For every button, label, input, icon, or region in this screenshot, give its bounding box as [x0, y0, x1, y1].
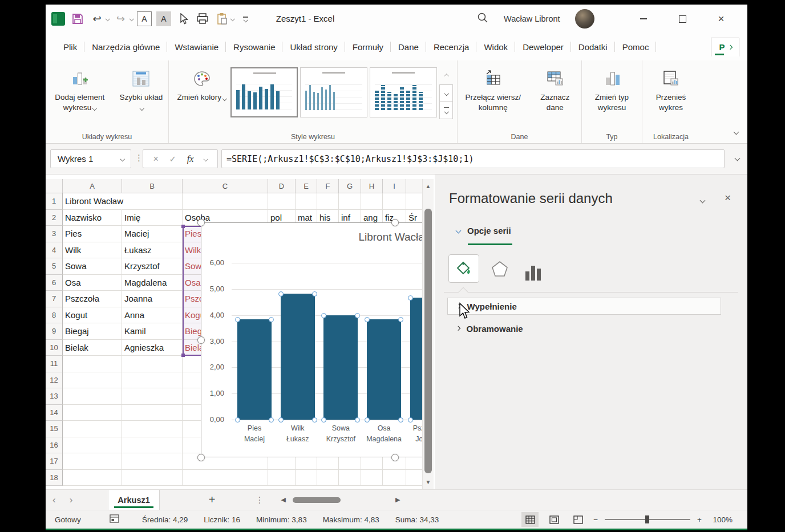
zoom-out-button[interactable]: −	[593, 515, 598, 524]
bar-selection-handle[interactable]	[355, 417, 360, 423]
bar-selection-handle[interactable]	[321, 417, 326, 423]
cell-A8[interactable]: Kogut	[63, 307, 122, 324]
bar-selection-handle[interactable]	[408, 417, 413, 423]
tab-rysowanie[interactable]: Rysowanie	[226, 38, 282, 56]
font-style-button[interactable]: A	[136, 10, 152, 27]
scroll-up-icon[interactable]: ▲	[423, 183, 434, 189]
cell-A7[interactable]: Pszczoła	[63, 291, 122, 307]
font-style-button-pressed[interactable]: A	[156, 10, 172, 27]
page-layout-view-button[interactable]	[545, 512, 563, 527]
sheet-tab-arkusz1[interactable]: Arkusz1	[108, 490, 159, 510]
cell-B18[interactable]	[122, 470, 183, 486]
scroll-down-icon[interactable]: ▼	[423, 479, 434, 485]
cell-B11[interactable]	[122, 356, 183, 372]
change-chart-type-button[interactable]: Zmień typ wykresu	[582, 66, 642, 113]
cell-A18[interactable]	[63, 470, 122, 486]
cell-B10[interactable]: Agnieszka	[122, 340, 183, 356]
cell-A10[interactable]: Bielak	[63, 340, 122, 356]
avatar[interactable]	[575, 9, 594, 29]
cell-C18[interactable]	[183, 470, 268, 486]
cell-A3[interactable]: Pies	[63, 226, 122, 242]
redo-dropdown-chevron[interactable]	[130, 17, 133, 21]
chart-style-2[interactable]	[300, 67, 367, 117]
cell-E1[interactable]	[296, 193, 317, 210]
paste-dropdown-chevron[interactable]	[231, 17, 234, 21]
cell-E18[interactable]	[296, 470, 317, 486]
tab-overflow-chevron[interactable]	[727, 45, 732, 50]
col-header-C[interactable]: C	[183, 179, 268, 193]
tab-deweloper[interactable]: Deweloper	[515, 38, 571, 56]
row-header-17[interactable]: 17	[46, 453, 63, 470]
add-sheet-button[interactable]: +	[209, 493, 216, 506]
row-header-1[interactable]: 1	[46, 193, 63, 210]
redo-button[interactable]: ↪	[113, 10, 129, 27]
bar-selection-handle[interactable]	[278, 417, 284, 423]
cell-A12[interactable]	[63, 372, 122, 389]
horizontal-scrollbar[interactable]: ◀ ▶	[281, 496, 400, 503]
cell-J18[interactable]	[406, 470, 422, 486]
row-header-8[interactable]: 8	[46, 307, 63, 324]
tab-narzędzia-główne[interactable]: Narzędzia główne	[84, 38, 167, 56]
tab-pomoc[interactable]: Pomoc	[615, 38, 657, 56]
chart-resize-handle[interactable]	[197, 219, 205, 226]
quick-layout-button[interactable]: Szybki układ	[114, 66, 168, 113]
row-header-18[interactable]: 18	[46, 470, 63, 486]
col-header-I[interactable]: I	[383, 179, 406, 193]
chart-bar-pies-maciej[interactable]	[237, 319, 272, 420]
cell-D18[interactable]	[268, 470, 296, 486]
cell-B5[interactable]: Krzysztof	[122, 258, 183, 275]
row-header-3[interactable]: 3	[46, 226, 63, 242]
undo-button[interactable]: ↩	[89, 10, 105, 27]
col-header-A[interactable]: A	[63, 179, 122, 193]
row-header-2[interactable]: 2	[46, 210, 63, 226]
insert-function-icon[interactable]: fx	[187, 154, 194, 164]
maximize-button[interactable]	[667, 5, 697, 33]
cell-B17[interactable]	[122, 453, 183, 470]
row-header-11[interactable]: 11	[46, 356, 63, 372]
row-header-6[interactable]: 6	[46, 275, 63, 291]
row-header-4[interactable]: 4	[46, 242, 63, 259]
cell-A13[interactable]	[63, 388, 122, 405]
bar-selection-handle[interactable]	[278, 291, 284, 297]
cell-B16[interactable]	[122, 437, 183, 454]
chart-bar-wilk-łukasz[interactable]	[281, 294, 315, 420]
cell-A11[interactable]	[63, 356, 122, 372]
horizontal-scroll-thumb[interactable]	[293, 497, 341, 503]
zoom-level[interactable]: 100%	[709, 515, 733, 524]
cell-A1[interactable]: Libront Wacław	[63, 193, 122, 210]
cell-A14[interactable]	[63, 405, 122, 421]
close-button[interactable]: ×	[706, 5, 736, 33]
fill-line-tab[interactable]	[448, 254, 479, 283]
series-options-header[interactable]: Opcje serii	[456, 226, 511, 235]
bar-selection-handle[interactable]	[408, 295, 413, 300]
row-header-14[interactable]: 14	[46, 405, 63, 421]
add-chart-element-button[interactable]: Dodaj element wykresu	[46, 66, 114, 113]
row-header-5[interactable]: 5	[46, 258, 63, 275]
row-header-9[interactable]: 9	[46, 323, 63, 340]
cell-B4[interactable]: Łukasz	[122, 242, 183, 259]
bar-selection-handle[interactable]	[398, 417, 403, 423]
vertical-scrollbar[interactable]: ▲ ▼	[422, 179, 434, 489]
cell-G18[interactable]	[339, 470, 361, 486]
zoom-slider[interactable]	[605, 515, 690, 523]
fx-chevron[interactable]	[204, 157, 208, 161]
tab-wstawianie[interactable]: Wstawianie	[167, 38, 226, 56]
account-name[interactable]: Wacław Libront	[504, 14, 560, 23]
tab-recenzja[interactable]: Recenzja	[426, 38, 477, 56]
col-header-H[interactable]: H	[361, 179, 383, 193]
qat-overflow-button[interactable]	[238, 10, 254, 27]
search-icon[interactable]	[476, 11, 489, 26]
row-header-16[interactable]: 16	[46, 437, 63, 454]
expand-border-chevron[interactable]	[456, 326, 460, 331]
name-box-chevron[interactable]	[120, 157, 124, 161]
border-section-row[interactable]: Obramowanie	[447, 320, 523, 336]
chart-resize-handle[interactable]	[197, 454, 205, 461]
bar-selection-handle[interactable]	[269, 317, 274, 322]
enter-icon[interactable]: ✓	[169, 154, 176, 164]
tab-plik[interactable]: Plik	[56, 38, 84, 56]
chart-bar-sowa-krzysztof[interactable]	[323, 315, 358, 420]
row-header-10[interactable]: 10	[46, 340, 63, 356]
tab-dodatki[interactable]: Dodatki	[571, 38, 615, 56]
col-header-G[interactable]: G	[339, 179, 361, 193]
col-header-E[interactable]: E	[296, 179, 317, 193]
